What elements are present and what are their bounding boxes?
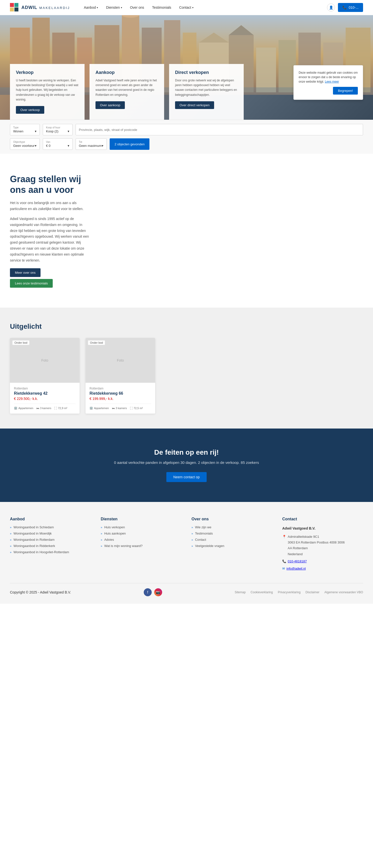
- footer-overons-link-0[interactable]: » Wie zijn we: [192, 525, 272, 529]
- neem-contact-op-button[interactable]: Neem contact op: [166, 472, 207, 482]
- search-button[interactable]: 2 objecten gevonden: [110, 138, 150, 150]
- property-info-1: Rotterdam Rietdekkerweg 42 € 229.500,- k…: [10, 383, 79, 413]
- testimonials-button[interactable]: Lees onze testimonials: [10, 279, 53, 288]
- van-arrow-icon: ▾: [68, 144, 69, 148]
- list-item: » Woningaanbod in Ridderkerk: [10, 544, 91, 548]
- footer-diensten-link-1[interactable]: » Huis aankopen: [101, 532, 181, 535]
- rooms-icon: 🛏: [36, 407, 39, 410]
- footer-diensten-link-2[interactable]: » Advies: [101, 538, 181, 541]
- cookie-banner: Deze website maakt gebruik van cookies o…: [294, 65, 363, 100]
- over-aankoop-button[interactable]: Over aankoop: [96, 101, 125, 109]
- footer-diensten-title: Diensten: [101, 517, 181, 521]
- list-item: » Woningaanbod in Moerdijk: [10, 532, 91, 535]
- footer-aanbod-link-3[interactable]: » Woningaanbod in Ridderkerk: [10, 544, 91, 548]
- footer-sitemap-link[interactable]: Sitemap: [235, 591, 246, 594]
- property-info-2: Rotterdam Rietdekkerweg 66 € 199.999,- k…: [86, 383, 155, 413]
- over-direct-verkopen-button[interactable]: Over direct verkopen: [175, 101, 214, 109]
- tot-select[interactable]: Tot Geen maximum ▾: [76, 138, 107, 150]
- footer-diensten-list: » Huis verkopen » Huis aankopen » Advies…: [101, 525, 181, 548]
- footer-col-contact: Contact Adwil Vastgoed B.V. 📍 Admiralite…: [282, 517, 363, 573]
- footer-algemene-voorwaarden-link[interactable]: Algemene voorwaarden VBO: [325, 591, 363, 594]
- hero-card-aankoop-desc: Adwil Vastgoed heeft vele jaren ervaring…: [96, 78, 158, 97]
- property-price-1: € 229.500,- k.k.: [14, 397, 76, 401]
- footer-social: f 📷: [144, 588, 162, 596]
- property-features-2: 🏢 Appartemen 🛏 3 kamers ⛶ 72,5 m²: [90, 404, 151, 410]
- facebook-icon[interactable]: f: [144, 588, 152, 596]
- phone-icon: 📞: [342, 5, 347, 9]
- list-item: » Veelgestelde vragen: [192, 544, 272, 548]
- arrow-icon: »: [10, 532, 11, 535]
- uitgelicht-title: Uitgelicht: [10, 322, 363, 331]
- footer-aanbod-link-2[interactable]: » Woningaanbod in Rotterdam: [10, 538, 91, 541]
- cookie-text: Deze website maakt gebruik van cookies o…: [299, 70, 358, 84]
- arrow-icon: »: [101, 526, 102, 529]
- objecttype-select[interactable]: Objecttype Geen voorkeur ▾: [10, 138, 40, 150]
- type-select[interactable]: Type Wonen ▾: [10, 124, 40, 135]
- phone-button[interactable]: 📞 010-...: [338, 3, 363, 12]
- feiten-title: De feiten op een rij!: [10, 448, 363, 456]
- search-row-1: Type Wonen ▾ Koop of huur Koop (2) ▾: [10, 124, 363, 135]
- size-icon: ⛶: [54, 407, 57, 410]
- nav-item-aanbod[interactable]: Aanbod ▾: [80, 3, 102, 11]
- footer-aanbod-list: » Woningaanbod in Schiedam » Woningaanbo…: [10, 525, 91, 554]
- property-city-1: Rotterdam: [14, 387, 76, 390]
- cookie-lees-meer-link[interactable]: Lees meer: [325, 80, 339, 83]
- property-card-1[interactable]: Onder bod Foto Rotterdam Rietdekkerweg 4…: [10, 338, 79, 413]
- hero-card-aankoop: Aankoop Adwil Vastgoed heeft vele jaren …: [90, 64, 164, 120]
- intro-section: Graag stellen wij ons aan u voor Het is …: [0, 154, 373, 308]
- cookie-accept-button[interactable]: Begrepen!: [333, 87, 358, 95]
- footer-diensten-link-3[interactable]: » Wat is mijn woning waard?: [101, 544, 181, 548]
- list-item: » Testimonials: [192, 532, 272, 535]
- property-badge-2: Onder bod: [88, 340, 105, 345]
- hero-card-verkoop: Verkoop U heeft besloten uw woning te ve…: [10, 64, 84, 120]
- logo[interactable]: ADWIL MAKELAARDIJ: [10, 3, 70, 12]
- footer: Aanbod » Woningaanbod in Schiedam » Woni…: [0, 502, 373, 604]
- intro-paragraph1: Het is voor ons belangrijk om ons aan u …: [10, 200, 90, 212]
- footer-aanbod-link-4[interactable]: » Woningaanbod in Hoogvliet-Rotterdam: [10, 550, 91, 554]
- search-row-2: Objecttype Geen voorkeur ▾ Van € 0 ▾ Tot…: [10, 138, 363, 150]
- arrow-icon: »: [192, 545, 193, 548]
- user-account-icon[interactable]: 👤: [327, 3, 335, 11]
- footer-col-overons: Over ons » Wie zijn we » Testimonials » …: [192, 517, 272, 573]
- over-verkoop-button[interactable]: Over verkoop: [16, 106, 44, 114]
- main-nav: Aanbod ▾ Diensten ▾ Over ons Testimonial…: [80, 3, 327, 11]
- van-value: € 0: [46, 144, 50, 148]
- footer-overons-title: Over ons: [192, 517, 272, 521]
- koop-select[interactable]: Koop of huur Koop (2) ▾: [43, 124, 73, 135]
- property-badge-1: Onder bod: [12, 340, 29, 345]
- location-input[interactable]: [76, 124, 363, 135]
- arrow-icon: »: [101, 532, 102, 535]
- footer-overons-link-3[interactable]: » Veelgestelde vragen: [192, 544, 272, 548]
- nav-item-testimonials[interactable]: Testimonials: [148, 3, 175, 11]
- footer-overons-link-2[interactable]: » Contact: [192, 538, 272, 541]
- nav-item-contact[interactable]: Contact ▾: [175, 3, 198, 11]
- koop-label: Koop of huur: [46, 126, 69, 129]
- instagram-icon[interactable]: 📷: [154, 588, 162, 596]
- footer-aanbod-link-1[interactable]: » Woningaanbod in Moerdijk: [10, 532, 91, 535]
- footer-overons-link-1[interactable]: » Testimonials: [192, 532, 272, 535]
- footer-privacyverklaring-link[interactable]: Privacyverklaring: [278, 591, 300, 594]
- svg-text:Foto: Foto: [41, 358, 48, 362]
- footer-cookieverklaring-link[interactable]: Cookieverklaring: [251, 591, 273, 594]
- nav-item-diensten[interactable]: Diensten ▾: [102, 3, 126, 11]
- intro-buttons: Meer over ons Lees onze testimonials: [10, 268, 90, 288]
- footer-disclaimer-link[interactable]: Disclaimer: [306, 591, 319, 594]
- uitgelicht-section: Uitgelicht Onder bod Foto Rotterdam Riet…: [0, 308, 373, 429]
- footer-email-link[interactable]: info@adwil.nl: [286, 566, 306, 571]
- hero-card-direct-desc: Door ons grote netwerk wat wij de afgelo…: [175, 78, 238, 97]
- footer-phone-link[interactable]: 010-4818187: [288, 558, 307, 564]
- feiten-section: De feiten op een rij! 0 aantal verkochte…: [0, 429, 373, 502]
- footer-aanbod-title: Aanbod: [10, 517, 91, 521]
- arrow-icon: »: [10, 526, 11, 529]
- nav-item-overons[interactable]: Over ons: [126, 3, 148, 11]
- footer-aanbod-link-0[interactable]: » Woningaanbod in Schiedam: [10, 525, 91, 529]
- footer-diensten-link-0[interactable]: » Huis verkopen: [101, 525, 181, 529]
- van-select[interactable]: Van € 0 ▾: [43, 138, 73, 150]
- property-card-2[interactable]: Onder bod Foto Rotterdam Rietdekkerweg 6…: [86, 338, 155, 413]
- property-image-1: Onder bod Foto: [10, 338, 79, 383]
- footer-bottom: Copyright © 2025 - Adwil Vastgoed B.V. f…: [10, 583, 363, 596]
- arrow-icon: »: [101, 538, 102, 541]
- meer-over-ons-button[interactable]: Meer over ons: [10, 268, 40, 277]
- rooms-icon-2: 🛏: [112, 407, 115, 410]
- properties-grid: Onder bod Foto Rotterdam Rietdekkerweg 4…: [10, 338, 363, 413]
